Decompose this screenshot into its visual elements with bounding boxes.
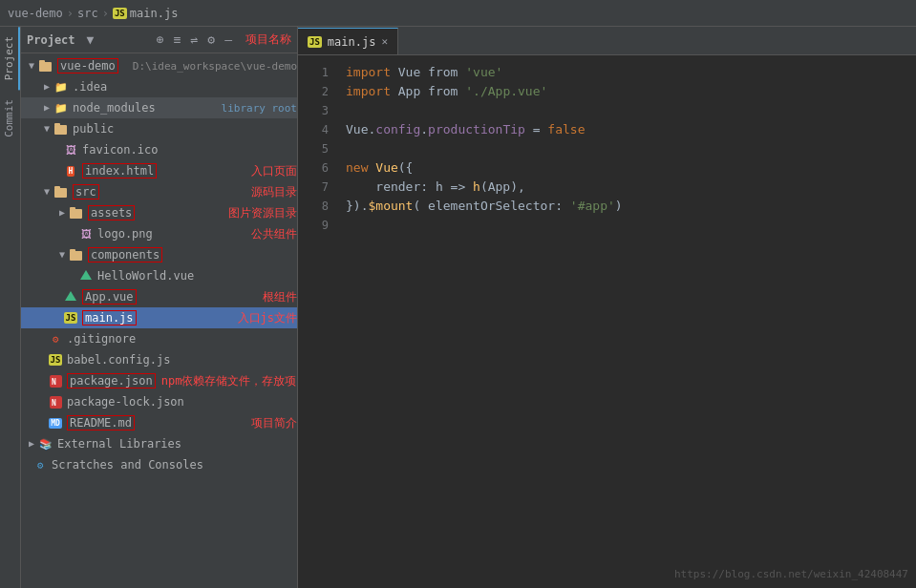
- svg-rect-8: [70, 251, 82, 261]
- label-ext-libs: External Libraries: [57, 437, 297, 451]
- idea-icon: 📁: [53, 79, 69, 94]
- tree-item-favicon[interactable]: 🖼 favicon.ico: [21, 139, 297, 160]
- public-folder-icon: [53, 121, 69, 136]
- tab-close-btn[interactable]: ✕: [381, 35, 388, 48]
- arrow-favicon: [55, 143, 63, 157]
- node-modules-icon: 📁: [53, 100, 69, 116]
- html-icon: H: [63, 163, 78, 178]
- commit-tab[interactable]: Commit: [0, 90, 20, 147]
- arrow-index-html: [55, 164, 63, 178]
- code-line-9: [346, 216, 916, 235]
- ext-libs-icon: 📚: [38, 436, 53, 452]
- tree-item-main-js[interactable]: JS main.js 入口js文件: [21, 307, 297, 328]
- arrow-src: ▼: [40, 185, 53, 199]
- code-lines[interactable]: import Vue from 'vue' import App from '.…: [336, 55, 916, 588]
- code-line-5: [346, 139, 916, 158]
- label-assets: assets: [88, 205, 223, 220]
- tree-item-index-html[interactable]: H index.html 入口页面: [21, 160, 297, 181]
- tree-item-gitignore[interactable]: ⚙ .gitignore: [21, 328, 297, 349]
- label-package-json: package.json: [67, 373, 156, 388]
- tree-item-src[interactable]: ▼ src 源码目录: [21, 181, 297, 202]
- breadcrumb-mainjs[interactable]: main.js: [130, 7, 179, 20]
- svg-rect-2: [54, 125, 67, 135]
- breadcrumb-src[interactable]: src: [77, 7, 98, 20]
- arrow-ext-libs: ▶: [25, 437, 38, 451]
- tree-item-logo[interactable]: 🖼 logo.png 公共组件: [21, 223, 297, 244]
- label-favicon: favicon.ico: [82, 143, 297, 157]
- tree-item-package-json[interactable]: N package.json npm依赖存储文件，存放项目的以来信息: [21, 370, 297, 391]
- tree-item-node-modules[interactable]: ▶ 📁 node_modules library root: [21, 97, 297, 118]
- file-tree: ▼ vue-demo D:\idea_workspace\vue-demo ▶ …: [21, 53, 297, 588]
- tab-label: main.js: [328, 35, 376, 49]
- svg-rect-5: [54, 186, 60, 189]
- svg-text:N: N: [52, 378, 56, 387]
- project-tab[interactable]: Project: [0, 27, 20, 90]
- tab-js-icon: JS: [308, 36, 322, 48]
- tree-item-package-lock[interactable]: N package-lock.json: [21, 391, 297, 412]
- tree-item-public[interactable]: ▼ public: [21, 118, 297, 139]
- watermark: https://blog.csdn.net/weixin_42408447: [674, 568, 908, 580]
- label-app-vue: App.vue: [82, 289, 257, 304]
- app-vue-icon: [63, 289, 78, 304]
- editor-area: JS main.js ✕ 1 2 3 4 5 6 7 8 9 import Vu…: [298, 27, 916, 588]
- package-lock-icon: N: [48, 394, 63, 410]
- src-annotation: 源码目录: [251, 184, 297, 200]
- toolbar-add[interactable]: ⊕: [155, 32, 166, 48]
- readme-annotation: 项目简介: [251, 415, 297, 431]
- arrow-idea: ▶: [40, 80, 53, 94]
- tree-item-app-vue[interactable]: App.vue 根组件: [21, 286, 297, 307]
- label-gitignore: .gitignore: [67, 332, 297, 346]
- tree-item-ext-libs[interactable]: ▶ 📚 External Libraries: [21, 433, 297, 454]
- vue-demo-path: D:\idea_workspace\vue-demo: [133, 60, 297, 73]
- label-index-html: index.html: [82, 163, 245, 178]
- toolbar-sort[interactable]: ⇌: [189, 32, 201, 48]
- code-line-6: new Vue({: [346, 158, 916, 178]
- label-readme: README.md: [67, 415, 245, 430]
- svg-rect-9: [70, 249, 75, 252]
- label-scratches: Scratches and Consoles: [52, 458, 297, 472]
- tree-item-helloworld[interactable]: HelloWorld.vue: [21, 265, 297, 286]
- tree-item-scratches[interactable]: ⚙ Scratches and Consoles: [21, 454, 297, 475]
- project-name-annotation: 项目名称: [245, 32, 291, 48]
- tree-item-babel[interactable]: JS babel.config.js: [21, 349, 297, 370]
- label-idea: .idea: [73, 80, 297, 94]
- code-line-4: Vue.config.productionTip = false: [346, 120, 916, 139]
- label-logo: logo.png: [97, 227, 245, 241]
- code-line-3: [346, 101, 916, 120]
- folder-icon-vue-demo: [38, 58, 53, 74]
- toolbar-list[interactable]: ≡: [172, 32, 183, 48]
- toolbar-dropdown[interactable]: ▼: [85, 32, 96, 48]
- svg-rect-6: [70, 209, 82, 219]
- label-src: src: [73, 184, 245, 200]
- editor-tab-main-js[interactable]: JS main.js ✕: [298, 28, 398, 54]
- panel-toolbar: Project ▼ ⊕ ≡ ⇌ ⚙ – 项目名称: [21, 27, 297, 53]
- assets-folder-icon: [69, 205, 84, 220]
- tree-item-vue-demo[interactable]: ▼ vue-demo D:\idea_workspace\vue-demo: [21, 55, 297, 76]
- package-json-annotation: npm依赖存储文件，存放项目的以来信息: [161, 373, 297, 389]
- tree-item-assets[interactable]: ▶ assets 图片资源目录: [21, 202, 297, 223]
- code-line-1: import Vue from 'vue': [346, 63, 916, 82]
- library-root-label: library root: [222, 102, 297, 115]
- label-babel: babel.config.js: [67, 353, 297, 367]
- tree-item-idea[interactable]: ▶ 📁 .idea: [21, 76, 297, 97]
- arrow-vue-demo: ▼: [25, 59, 38, 73]
- tree-item-components[interactable]: ▼ components: [21, 244, 297, 265]
- svg-marker-11: [65, 291, 76, 301]
- editor-tabs: JS main.js ✕: [298, 27, 916, 55]
- logo-icon: 🖼: [78, 226, 94, 242]
- tree-item-readme[interactable]: MD README.md 项目简介: [21, 412, 297, 433]
- gitignore-icon: ⚙: [48, 331, 63, 346]
- editor-content[interactable]: 1 2 3 4 5 6 7 8 9 import Vue from 'vue' …: [298, 55, 916, 588]
- scratches-icon: ⚙: [32, 457, 48, 472]
- label-main-js: main.js: [82, 310, 232, 326]
- label-public: public: [73, 122, 297, 136]
- arrow-components: ▼: [55, 248, 69, 262]
- breadcrumb-project[interactable]: vue-demo: [8, 7, 63, 20]
- svg-rect-7: [70, 207, 75, 210]
- side-tabs: Project Commit: [0, 27, 21, 588]
- panel-title: Project: [27, 33, 75, 47]
- toolbar-minimize[interactable]: –: [223, 32, 234, 48]
- arrow-node-modules: ▶: [40, 101, 53, 115]
- toolbar-gear[interactable]: ⚙: [205, 32, 217, 48]
- label-package-lock: package-lock.json: [67, 395, 297, 409]
